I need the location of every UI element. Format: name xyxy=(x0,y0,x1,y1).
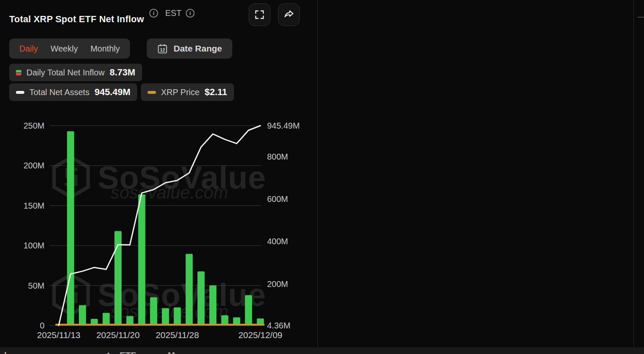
date-range-label: Date Range xyxy=(174,44,222,54)
sosovalue-logo-icon xyxy=(51,273,91,316)
inflow-bar[interactable] xyxy=(162,308,169,326)
tab-daily[interactable]: Daily xyxy=(19,44,38,54)
left-axis-tick-label: 200M xyxy=(23,161,44,170)
sosovalue-watermark: SoSoValue xyxy=(51,156,266,199)
sosovalue-domain-watermark: sosovalue.com xyxy=(111,302,228,322)
date-range-button[interactable]: 12 Date Range xyxy=(147,39,232,59)
sosovalue-domain-watermark: sosovalue.com xyxy=(111,183,228,203)
svg-text:12: 12 xyxy=(160,47,165,52)
history-data-panel: Total XRP Spot ETF History Data i Daily … xyxy=(318,0,634,347)
inflow-bar[interactable] xyxy=(79,305,86,326)
legend-value: 8.73M xyxy=(109,67,135,78)
inflow-bar[interactable] xyxy=(67,131,74,326)
net-assets-line xyxy=(59,126,260,326)
inflow-bar[interactable] xyxy=(91,319,98,326)
legend-label: XRP Price xyxy=(161,88,200,97)
legend-daily-net-inflow: Daily Total Net Inflow 8.73M xyxy=(9,64,142,81)
right-axis-tick-label: 800M xyxy=(267,152,288,161)
inflow-bar[interactable] xyxy=(150,297,157,326)
legend-row: Total Net Assets 945.49M XRP Price $2.11 xyxy=(9,83,234,101)
x-axis-tick-label: 2025/12/09 xyxy=(238,330,282,340)
inflow-bar[interactable] xyxy=(257,318,264,326)
fullscreen-icon xyxy=(254,10,265,20)
left-axis-tick-label: 150M xyxy=(23,201,44,210)
left-axis-tick-label: 0 xyxy=(40,321,44,330)
inflow-bar[interactable] xyxy=(186,254,193,326)
right-axis-tick-label: 945.49M xyxy=(267,121,300,130)
inflow-bar[interactable] xyxy=(221,315,229,326)
edge-divider-fragment xyxy=(638,17,644,18)
inflow-bar[interactable] xyxy=(245,295,252,326)
clipped-text-fragment: t xyxy=(107,350,110,354)
info-icon[interactable]: i xyxy=(186,9,195,18)
inflow-bar[interactable] xyxy=(174,307,181,326)
right-axis-tick-label: 600M xyxy=(267,194,288,204)
clipped-text-fragment: l xyxy=(4,350,7,354)
sosovalue-watermark: SoSoValue xyxy=(51,273,266,316)
timezone-label: EST xyxy=(165,8,182,18)
inflow-bar[interactable] xyxy=(103,313,110,326)
left-axis-tick-label: 50M xyxy=(28,281,44,290)
calendar-icon: 12 xyxy=(157,43,168,54)
line-series-icon xyxy=(16,91,24,94)
legend-label: Total Net Assets xyxy=(29,88,89,97)
legend-label: Daily Total Net Inflow xyxy=(26,68,104,78)
x-axis-tick-label: 2025/11/28 xyxy=(156,330,199,340)
bottom-strip: ltETFM xyxy=(0,347,644,354)
x-axis-tick-label: 2025/11/13 xyxy=(37,330,80,340)
inflow-bar[interactable] xyxy=(197,271,205,326)
right-axis-tick-label: 4.36M xyxy=(267,321,291,330)
inflow-bar[interactable] xyxy=(233,318,240,326)
inflow-bar[interactable] xyxy=(114,231,122,326)
tab-monthly[interactable]: Monthly xyxy=(91,44,120,54)
page-title: Total XRP Spot ETF Net Inflow xyxy=(9,14,144,25)
left-axis-tick-label: 100M xyxy=(23,241,44,250)
chart-period-tabs: Daily Weekly Monthly xyxy=(9,39,130,59)
info-icon[interactable]: i xyxy=(149,9,158,18)
legend-total-net-assets: Total Net Assets 945.49M xyxy=(9,83,137,101)
sosovalue-logo-icon xyxy=(51,156,91,199)
bar-series-icon xyxy=(16,70,21,75)
right-axis-tick-label: 400M xyxy=(267,237,288,246)
legend-value: $2.11 xyxy=(205,87,227,98)
clipped-text-fragment: M xyxy=(168,350,175,354)
share-button[interactable] xyxy=(278,3,300,26)
page-edge-divider xyxy=(634,0,634,354)
inflow-bar[interactable] xyxy=(138,194,145,326)
price-series-icon xyxy=(148,91,156,94)
share-icon xyxy=(283,9,294,20)
clipped-text-fragment: ETF xyxy=(119,350,136,354)
legend-value: 945.49M xyxy=(94,87,130,98)
inflow-bar[interactable] xyxy=(209,285,216,326)
x-axis-tick-label: 2025/11/20 xyxy=(96,330,140,340)
right-axis-tick-label: 200M xyxy=(267,279,288,289)
left-axis-tick-label: 250M xyxy=(23,121,44,130)
net-inflow-panel: Total XRP Spot ETF Net Inflow i EST i Da… xyxy=(0,0,317,347)
inflow-bar[interactable] xyxy=(126,316,133,326)
tab-weekly[interactable]: Weekly xyxy=(50,44,78,54)
fullscreen-button[interactable] xyxy=(249,3,270,26)
legend-xrp-price: XRP Price $2.11 xyxy=(141,83,234,101)
etf-dashboard: Total XRP Spot ETF Net Inflow i EST i Da… xyxy=(0,0,644,354)
